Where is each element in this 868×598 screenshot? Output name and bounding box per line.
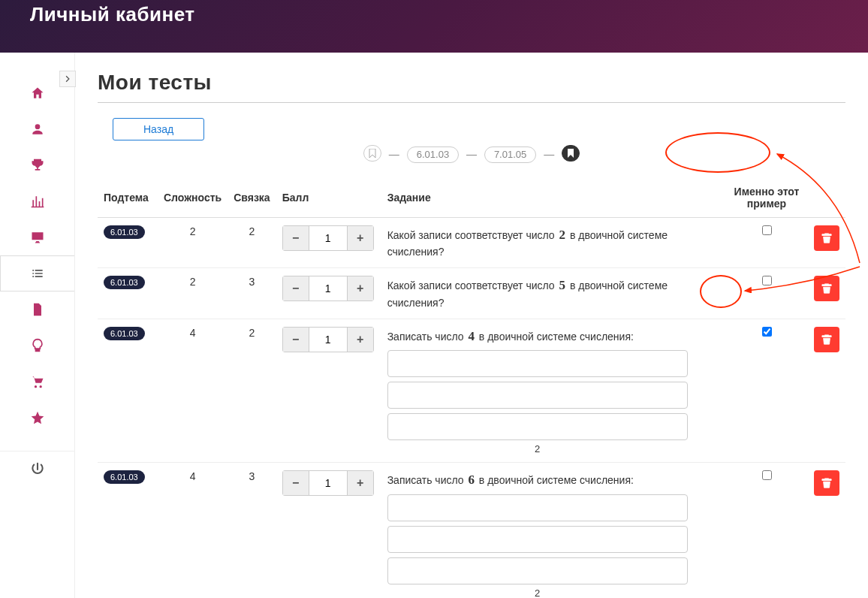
stepper-plus[interactable]: + (347, 225, 374, 251)
bc-chip-1[interactable]: 6.01.03 (407, 146, 459, 163)
board-icon (30, 230, 45, 245)
tasks-table: Подтема Сложность Связка Балл Задание Им… (98, 178, 845, 599)
trophy-icon (30, 158, 45, 173)
answer-input[interactable] (387, 350, 688, 377)
stepper-minus[interactable]: − (282, 225, 309, 251)
answer-input[interactable] (387, 494, 688, 521)
exact-checkbox[interactable] (762, 276, 772, 285)
sidebar-item-hint[interactable] (0, 328, 74, 364)
bundle-cell: 2 (228, 217, 276, 268)
list-icon (30, 266, 45, 281)
subtopic-tag: 6.01.03 (104, 276, 145, 289)
power-icon (30, 462, 45, 477)
task-text: Какой записи соответствует число 2 в дво… (387, 225, 719, 261)
score-stepper: −+ (282, 276, 374, 301)
app-header: Личный кабинет (0, 0, 868, 53)
answer-input[interactable] (387, 557, 688, 584)
table-row: 6.01.0322−+Какой записи соответствует чи… (98, 217, 845, 268)
sidebar (0, 53, 75, 598)
sidebar-item-board[interactable] (0, 219, 74, 255)
exact-checkbox[interactable] (762, 470, 772, 480)
answer-input[interactable] (387, 526, 688, 553)
main-content: Мои тесты Назад — 6.01.03 — 7.01.05 — По… (75, 53, 868, 598)
col-difficulty: Сложность (158, 178, 228, 218)
subtopic-tag: 6.01.03 (104, 470, 145, 484)
breadcrumb: — 6.01.03 — 7.01.05 — (98, 145, 845, 163)
difficulty-cell: 2 (158, 268, 228, 319)
stepper-input[interactable] (309, 276, 347, 301)
stepper-plus[interactable]: + (347, 470, 374, 496)
col-bundle: Связка (228, 178, 276, 218)
sidebar-item-profile[interactable] (0, 111, 74, 147)
stepper-input[interactable] (309, 225, 347, 251)
col-task: Задание (381, 178, 725, 218)
difficulty-cell: 4 (158, 319, 228, 463)
delete-button[interactable] (814, 276, 839, 301)
star-icon (30, 410, 45, 425)
bc-sep: — (389, 148, 399, 160)
bundle-cell: 2 (228, 319, 276, 463)
table-row: 6.01.0343−+Записать число 6 в двоичной с… (98, 463, 845, 599)
bc-sep: — (466, 148, 477, 160)
table-row: 6.01.0342−+Записать число 4 в двоичной с… (98, 319, 845, 463)
bookmark-outline-icon[interactable] (363, 145, 381, 162)
difficulty-cell: 2 (158, 217, 228, 268)
col-exact: Именно этот пример (725, 178, 808, 218)
stepper-input[interactable] (309, 327, 347, 352)
delete-button[interactable] (814, 327, 839, 352)
sidebar-item-cart[interactable] (0, 364, 74, 400)
app-title: Личный кабинет (30, 3, 195, 26)
delete-button[interactable] (814, 470, 839, 496)
answer-input[interactable] (387, 382, 688, 409)
bundle-cell: 3 (228, 268, 276, 319)
answer-input[interactable] (387, 413, 688, 440)
sidebar-item-logout[interactable] (0, 451, 74, 487)
score-stepper: −+ (282, 470, 374, 496)
sidebar-item-list[interactable] (0, 255, 74, 291)
table-row: 6.01.0323−+Какой записи соответствует чи… (98, 268, 845, 319)
home-icon (30, 86, 45, 101)
answer-count: 2 (387, 587, 688, 599)
exact-checkbox[interactable] (762, 327, 772, 337)
difficulty-cell: 4 (158, 463, 228, 599)
back-button[interactable]: Назад (113, 118, 204, 140)
stepper-minus[interactable]: − (282, 470, 309, 496)
subtopic-tag: 6.01.03 (104, 327, 145, 340)
divider (98, 102, 845, 103)
col-subtopic: Подтема (98, 178, 158, 218)
bc-sep: — (544, 148, 554, 160)
delete-button[interactable] (814, 225, 839, 251)
cart-icon (30, 374, 45, 389)
answer-count: 2 (387, 443, 688, 455)
bundle-cell: 3 (228, 463, 276, 599)
chart-icon (30, 194, 45, 209)
bc-chip-2[interactable]: 7.01.05 (484, 146, 536, 163)
document-icon (30, 302, 45, 317)
chevron-right-icon (64, 75, 71, 83)
bookmark-filled-icon[interactable] (562, 145, 580, 162)
score-stepper: −+ (282, 225, 374, 251)
stepper-input[interactable] (309, 470, 347, 496)
sidebar-toggle[interactable] (59, 71, 76, 87)
sidebar-item-star[interactable] (0, 400, 74, 436)
sidebar-item-trophy[interactable] (0, 147, 74, 183)
lightbulb-icon (30, 338, 45, 353)
exact-checkbox[interactable] (762, 225, 772, 235)
stepper-minus[interactable]: − (282, 327, 309, 352)
task-text: Записать число 6 в двоичной системе счис… (387, 470, 719, 490)
stepper-plus[interactable]: + (347, 327, 374, 352)
sidebar-item-stats[interactable] (0, 183, 74, 219)
task-text: Записать число 4 в двоичной системе счис… (387, 327, 719, 346)
stepper-minus[interactable]: − (282, 276, 309, 301)
page-title: Мои тесты (98, 71, 845, 95)
subtopic-tag: 6.01.03 (104, 225, 145, 239)
user-icon (30, 122, 45, 137)
score-stepper: −+ (282, 327, 374, 352)
sidebar-item-doc[interactable] (0, 291, 74, 328)
col-score: Балл (276, 178, 381, 218)
stepper-plus[interactable]: + (347, 276, 374, 301)
task-text: Какой записи соответствует число 5 в дво… (387, 276, 719, 311)
